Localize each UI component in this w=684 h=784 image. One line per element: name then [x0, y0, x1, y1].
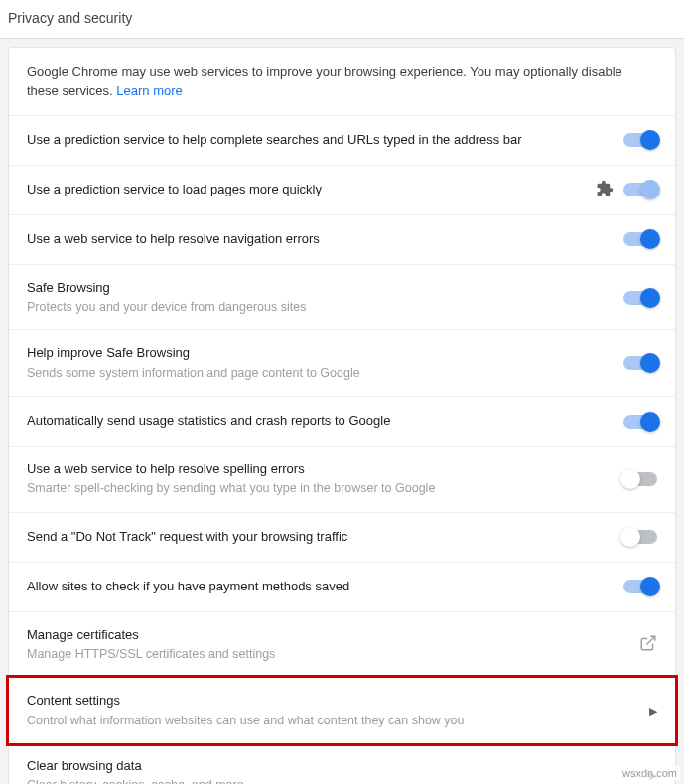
row-subtitle: Clear history, cookies, cache, and more — [27, 777, 649, 784]
row-controls — [639, 634, 657, 655]
row-title: Allow sites to check if you have payment… — [27, 578, 623, 595]
row-title: Clear browsing data — [27, 757, 649, 775]
settings-row: Allow sites to check if you have payment… — [9, 563, 675, 612]
section-header: Privacy and security — [0, 0, 684, 39]
toggle-switch[interactable] — [623, 472, 657, 486]
row-title: Content settings — [27, 692, 649, 710]
row-controls — [596, 180, 657, 200]
row-subtitle: Control what information websites can us… — [27, 713, 649, 730]
settings-card: Google Chrome may use web services to im… — [8, 47, 676, 784]
intro-text: Google Chrome may use web services to im… — [9, 48, 675, 116]
toggle-switch[interactable] — [623, 183, 657, 196]
row-title: Use a web service to help resolve spelli… — [27, 460, 623, 478]
row-title: Manage certificates — [27, 626, 639, 644]
learn-more-link[interactable]: Learn more — [116, 83, 182, 98]
settings-row: Safe BrowsingProtects you and your devic… — [9, 265, 675, 331]
settings-row[interactable]: Content settingsControl what information… — [6, 675, 678, 746]
row-title: Safe Browsing — [27, 279, 623, 297]
row-subtitle: Manage HTTPS/SSL certificates and settin… — [27, 646, 639, 664]
toggle-switch[interactable] — [623, 415, 657, 429]
toggle-switch[interactable] — [623, 232, 657, 246]
row-text: Use a web service to help resolve naviga… — [27, 230, 623, 248]
row-controls — [623, 133, 657, 147]
row-text: Automatically send usage statistics and … — [27, 412, 623, 430]
settings-row: Send a "Do Not Track" request with your … — [9, 513, 675, 563]
watermark: wsxdn.com — [619, 766, 680, 780]
row-controls — [623, 530, 657, 544]
row-subtitle: Smarter spell-checking by sending what y… — [27, 480, 623, 498]
row-title: Use a prediction service to load pages m… — [27, 181, 596, 198]
settings-row: Use a web service to help resolve naviga… — [9, 215, 675, 265]
settings-row: Use a web service to help resolve spelli… — [9, 447, 675, 513]
row-text: Allow sites to check if you have payment… — [27, 578, 623, 595]
svg-line-0 — [647, 636, 655, 644]
row-controls — [623, 580, 657, 593]
settings-row: Help improve Safe BrowsingSends some sys… — [9, 330, 675, 397]
chevron-right-icon: ▶ — [649, 705, 657, 718]
row-controls — [623, 472, 657, 486]
row-text: Clear browsing dataClear history, cookie… — [27, 757, 649, 784]
toggle-switch[interactable] — [623, 530, 657, 544]
row-subtitle: Protects you and your device from danger… — [27, 299, 623, 317]
row-text: Use a prediction service to load pages m… — [27, 181, 596, 198]
row-text: Safe BrowsingProtects you and your devic… — [27, 279, 623, 317]
row-title: Send a "Do Not Track" request with your … — [27, 528, 623, 546]
toggle-switch[interactable] — [623, 356, 657, 370]
row-text: Use a prediction service to help complet… — [27, 131, 623, 149]
row-controls — [623, 291, 657, 305]
section-title: Privacy and security — [8, 10, 132, 26]
row-text: Content settingsControl what information… — [27, 692, 649, 729]
row-text: Help improve Safe BrowsingSends some sys… — [27, 344, 623, 382]
toggle-switch[interactable] — [623, 291, 657, 305]
row-controls — [623, 415, 657, 429]
extension-icon — [596, 180, 614, 200]
row-controls: ▶ — [649, 705, 657, 718]
settings-row: Use a prediction service to help complet… — [9, 116, 675, 166]
row-controls — [623, 232, 657, 246]
row-text: Use a web service to help resolve spelli… — [27, 460, 623, 498]
toggle-switch[interactable] — [623, 580, 657, 593]
toggle-switch[interactable] — [623, 133, 657, 147]
row-text: Send a "Do Not Track" request with your … — [27, 528, 623, 546]
row-subtitle: Sends some system information and page c… — [27, 365, 623, 383]
row-title: Use a web service to help resolve naviga… — [27, 230, 623, 248]
settings-row[interactable]: Clear browsing dataClear history, cookie… — [9, 743, 675, 784]
settings-row[interactable]: Manage certificatesManage HTTPS/SSL cert… — [9, 612, 675, 679]
row-text: Manage certificatesManage HTTPS/SSL cert… — [27, 626, 639, 664]
row-title: Automatically send usage statistics and … — [27, 412, 623, 430]
settings-row: Automatically send usage statistics and … — [9, 397, 675, 447]
settings-row: Use a prediction service to load pages m… — [9, 166, 675, 215]
open-external-icon[interactable] — [639, 634, 657, 655]
row-title: Help improve Safe Browsing — [27, 344, 623, 362]
row-controls — [623, 356, 657, 370]
row-title: Use a prediction service to help complet… — [27, 131, 623, 149]
